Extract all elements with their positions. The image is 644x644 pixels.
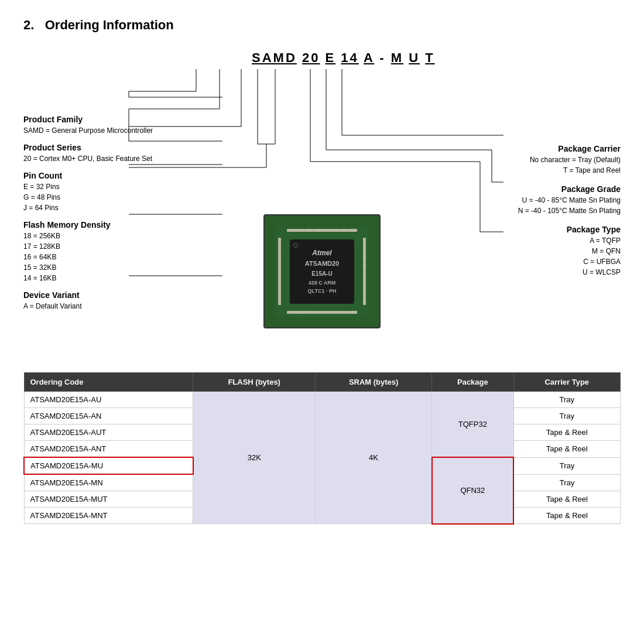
cell-carrier: Tape & Reel xyxy=(513,491,621,508)
chip-image: Atmel ATSAMD20 E15A-U 428 C ARM QLTC1 · … xyxy=(263,214,381,328)
col-header-carrier: Carrier Type xyxy=(513,373,621,392)
section-title-text: Ordering Information xyxy=(45,18,174,32)
package-type-content: A = TQFPM = QFNC = UFBGAU = WLCSP xyxy=(457,235,621,278)
cell-code: ATSAMD20E15A-MN xyxy=(24,474,193,491)
chip-text: Atmel ATSAMD20 E15A-U 428 C ARM QLTC1 · … xyxy=(305,248,339,296)
chip-pin-right-5 xyxy=(363,272,366,280)
package-grade-block: Package Grade U = -40 - 85°C Matte Sn Pl… xyxy=(457,184,621,216)
ordering-table: Ordering Code FLASH (bytes) SRAM (bytes)… xyxy=(23,372,621,525)
chip-pin-left-8 xyxy=(278,297,281,305)
cell-code: ATSAMD20E15A-AUT xyxy=(24,424,193,441)
package-carrier-block: Package Carrier No character = Tray (Def… xyxy=(457,144,621,176)
chip-pin-bot-6 xyxy=(331,311,340,314)
descriptions-left: Product Family SAMD = General Purpose Mi… xyxy=(23,85,222,318)
package-carrier-content: No character = Tray (Default)T = Tape an… xyxy=(457,155,621,176)
chip-pin-right-3 xyxy=(363,255,366,263)
package-type-block: Package Type A = TQFPM = QFNC = UFBGAU =… xyxy=(457,225,621,278)
chip-pin-bot-8 xyxy=(348,311,357,314)
col-header-sram: SRAM (bytes) xyxy=(316,373,432,392)
cell-code: ATSAMD20E15A-AU xyxy=(24,392,193,408)
chip-pin-right-8 xyxy=(363,297,366,305)
package-grade-content: U = -40 - 85°C Matte Sn PlatingN = -40 -… xyxy=(457,195,621,216)
chip-pin-bot-3 xyxy=(304,311,313,314)
package-carrier-title: Package Carrier xyxy=(457,144,621,153)
product-series-title: Product Series xyxy=(23,143,222,152)
flash-memory-block: Flash Memory Density 18 = 256KB17 = 128K… xyxy=(23,220,222,283)
package-type-title: Package Type xyxy=(457,225,621,234)
chip-brand: Atmel xyxy=(305,248,339,259)
chip-pin-right-4 xyxy=(363,263,366,271)
product-series-content: 20 = Cortex M0+ CPU, Basic Feature Set xyxy=(23,153,222,164)
pin-count-title: Pin Count xyxy=(23,171,222,180)
flash-memory-title: Flash Memory Density xyxy=(23,220,222,229)
pn-dash: - xyxy=(379,50,390,65)
chip-pin-top-7 xyxy=(340,229,348,232)
section-number: 2. xyxy=(23,18,34,32)
chip-line2: E15A-U xyxy=(305,269,339,279)
pn-14: 14 xyxy=(341,50,358,65)
pn-20: 20 xyxy=(302,50,320,65)
diagram-area: SAMD 20 E 14 A - M U T Product Family SA… xyxy=(23,50,621,361)
cell-code-highlighted: ATSAMD20E15A-MU xyxy=(24,457,193,474)
chip-pin-bot-4 xyxy=(313,311,322,314)
cell-carrier: Tray xyxy=(513,392,621,408)
chip-pin-bot-7 xyxy=(340,311,348,314)
pin-count-block: Pin Count E = 32 PinsG = 48 PinsJ = 64 P… xyxy=(23,171,222,213)
pn-m: M xyxy=(391,50,403,65)
cell-sram: 4K xyxy=(316,392,432,524)
cell-package-qfn: QFN32 xyxy=(432,457,513,524)
chip-pin-left-5 xyxy=(278,272,281,280)
chip-pin-top-1 xyxy=(287,229,296,232)
cell-flash: 32K xyxy=(193,392,316,524)
pn-samd: SAMD xyxy=(252,50,297,65)
chip-line3: 428 C ARM xyxy=(305,279,339,287)
pn-u: U xyxy=(409,50,420,65)
device-variant-block: Device Variant A = Default Variant xyxy=(23,290,222,311)
chip-circle-mark xyxy=(293,243,298,248)
product-series-block: Product Series 20 = Cortex M0+ CPU, Basi… xyxy=(23,143,222,164)
pn-t: T xyxy=(425,50,434,65)
cell-package-tqfp: TQFP32 xyxy=(432,392,513,458)
col-header-flash: FLASH (bytes) xyxy=(193,373,316,392)
chip-pin-left-1 xyxy=(278,238,281,246)
chip-pin-left-6 xyxy=(278,280,281,288)
pn-e: E xyxy=(326,50,336,65)
chip-pin-bot-2 xyxy=(296,311,304,314)
part-number-display: SAMD 20 E 14 A - M U T xyxy=(252,50,435,66)
cell-carrier: Tray xyxy=(513,408,621,424)
chip-pin-left-3 xyxy=(278,255,281,263)
cell-code: ATSAMD20E15A-MNT xyxy=(24,508,193,524)
col-header-package: Package xyxy=(432,373,513,392)
package-grade-title: Package Grade xyxy=(457,184,621,194)
cell-carrier: Tape & Reel xyxy=(513,424,621,441)
section-title: 2. Ordering Information xyxy=(23,18,621,33)
chip-pin-top-2 xyxy=(296,229,304,232)
chip-pin-left-4 xyxy=(278,263,281,271)
cell-code: ATSAMD20E15A-AN xyxy=(24,408,193,424)
flash-memory-content: 18 = 256KB17 = 128KB16 = 64KB15 = 32KB14… xyxy=(23,231,222,283)
pin-count-content: E = 32 PinsG = 48 PinsJ = 64 Pins xyxy=(23,181,222,213)
cell-code: ATSAMD20E15A-MUT xyxy=(24,491,193,508)
chip-pin-right-1 xyxy=(363,238,366,246)
table-row: ATSAMD20E15A-AU 32K 4K TQFP32 Tray xyxy=(24,392,621,408)
page: 2. Ordering Information xyxy=(0,0,644,644)
chip-pin-bot-5 xyxy=(322,311,331,314)
chip-pin-right-7 xyxy=(363,288,366,296)
product-family-content: SAMD = General Purpose Microcontroller xyxy=(23,125,222,136)
col-header-ordering-code: Ordering Code xyxy=(24,373,193,392)
cell-carrier: Tape & Reel xyxy=(513,441,621,458)
chip-pin-left-7 xyxy=(278,288,281,296)
chip-pin-top-4 xyxy=(313,229,322,232)
chip-pin-right-2 xyxy=(363,246,366,254)
chip-line1: ATSAMD20 xyxy=(305,259,339,269)
pn-a: A xyxy=(364,50,374,65)
table-header-row: Ordering Code FLASH (bytes) SRAM (bytes)… xyxy=(24,373,621,392)
cell-code: ATSAMD20E15A-ANT xyxy=(24,441,193,458)
chip-pin-left-2 xyxy=(278,246,281,254)
chip-pin-top-3 xyxy=(304,229,313,232)
product-family-block: Product Family SAMD = General Purpose Mi… xyxy=(23,115,222,136)
descriptions-right: Package Carrier No character = Tray (Def… xyxy=(457,85,621,285)
chip-pin-top-8 xyxy=(348,229,357,232)
device-variant-content: A = Default Variant xyxy=(23,301,222,311)
chip-pin-top-6 xyxy=(331,229,340,232)
